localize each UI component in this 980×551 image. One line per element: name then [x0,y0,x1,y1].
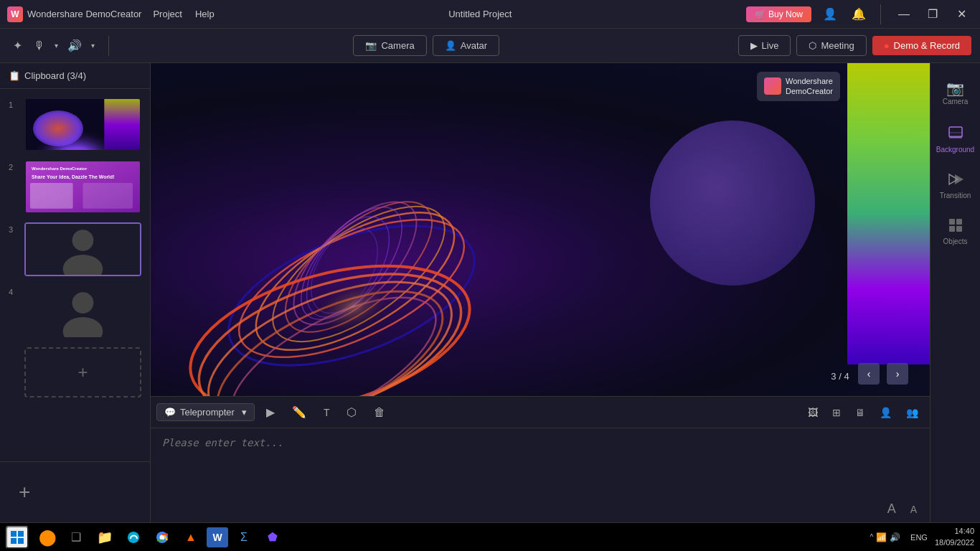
svg-point-10 [72,230,94,251]
transition-tool-button[interactable]: Transition [934,164,977,207]
start-button[interactable] [6,526,29,549]
meeting-icon: ⬡ [809,40,816,51]
trash-tool-button[interactable]: 🗑 [368,403,391,422]
buy-now-button[interactable]: 🛒 Buy Now [746,6,811,22]
list-item[interactable]: 2 Wondershare DemoCre [6,157,144,217]
slide-canvas[interactable]: Wondershare DemoCreator ‹ 3 / 4 › [151,63,930,396]
taskbar-app-sigma[interactable]: Σ [231,524,257,550]
app-logo: W Wondershare DemoCreator [7,6,141,22]
window-controls: 🛒 Buy Now 👤 🔔 — ❐ ✕ [746,4,973,24]
system-tray: ^ 📶 🔊 [870,532,900,542]
title-bar: W Wondershare DemoCreator Project Help U… [0,0,980,29]
objects-tool-button[interactable]: Objects [934,209,977,253]
image-insert-button[interactable]: 🖼 [802,404,824,421]
svg-rect-35 [949,219,955,225]
clip-thumbnail[interactable] [24,285,141,339]
transition-icon-svg [948,171,963,187]
background-tool-label: Background [936,146,974,154]
watermark-text: Wondershare DemoCreator [786,76,833,97]
objects-tool-label: Objects [943,238,968,245]
live-button[interactable]: ▶ Live [738,35,791,56]
clip-thumbnail[interactable]: Wondershare DemoCreator Share Your Idea,… [24,160,141,214]
mic-button[interactable]: 🎙 [29,37,50,55]
clipboard-header: 📋 Clipboard (3/4) [0,63,150,89]
taskbar-app-taskview[interactable]: ❑ [63,524,89,550]
demo-record-button[interactable]: ● Demo & Record [872,36,971,55]
ai-tool-button[interactable]: ✦ [9,36,27,55]
avatar-mode-button[interactable]: 👤 Avatar [433,35,499,56]
objects-icon-svg [948,217,963,233]
teleprompter-dropdown[interactable]: 💬 Teleprompter ▾ [156,403,255,421]
image-grid-button[interactable]: ⊞ [826,404,847,421]
svg-rect-36 [956,219,962,225]
text-tool-button[interactable]: T [318,404,336,421]
add-slide-area: + [0,461,150,522]
svg-rect-41 [11,538,17,544]
clip-thumbnail[interactable] [24,98,141,151]
clipboard-icon: 📋 [9,70,20,81]
font-decrease-button[interactable]: A [906,502,921,517]
speaker-button[interactable]: 🔊 [63,36,86,55]
teleprompter-toolbar: 💬 Teleprompter ▾ ▶ ✏️ T ⬡ 🗑 🖼 ⊞ 🖥 👤 👥 [151,397,930,428]
user-icon-button[interactable]: 👤 [817,4,840,24]
close-button[interactable]: ✕ [950,4,973,24]
background-tool-button[interactable]: Background [934,118,977,161]
mic-dropdown[interactable]: ▾ [52,39,60,52]
screen-button[interactable]: 🖥 [849,404,871,421]
tray-chevron-icon[interactable]: ^ [870,533,873,541]
clip-preview-image [26,99,140,150]
svg-rect-7 [30,183,73,209]
swirl-graphic [187,95,517,396]
next-slide-button[interactable]: › [887,363,908,385]
svg-rect-31 [949,136,962,138]
multi-person-button[interactable]: 👥 [900,404,924,421]
notification-button[interactable]: 🔔 [846,4,869,24]
taskbar-app-explorer[interactable]: 📁 [92,524,118,550]
maximize-button[interactable]: ❐ [921,4,944,24]
clips-list: 1 [0,89,150,461]
teleprompter-text-input[interactable] [151,428,930,493]
person-overlay-button[interactable]: 👤 [874,404,897,421]
add-clip-button[interactable]: + [24,347,141,397]
keyboard-lang[interactable]: ENG [910,533,928,542]
pen-tool-button[interactable]: ✏️ [286,402,312,422]
clip-thumbnail-selected[interactable] [24,222,141,276]
windows-logo-icon [10,530,24,545]
camera-tool-button[interactable]: 📷 Camera [934,72,977,115]
moon-circle-graphic [650,121,815,286]
shape-tool-button[interactable]: ⬡ [341,402,362,422]
list-item[interactable]: 1 [6,95,144,154]
taskbar-app-purple[interactable]: ⬟ [260,524,286,550]
time-display[interactable]: 14:40 18/09/2022 [935,526,974,548]
speaker-dropdown[interactable]: ▾ [89,39,97,52]
toolbar-left: ✦ 🎙 ▾ 🔊 ▾ [9,36,97,55]
window-title: Untitled Project [215,9,746,19]
taskbar-app-word[interactable]: W [207,527,228,547]
swirl-svg [187,95,517,396]
taskbar-app-chrome[interactable] [149,524,175,550]
toolbar-divider [108,36,109,56]
prev-slide-button[interactable]: ‹ [858,363,880,385]
meeting-button[interactable]: ⬡ Meeting [796,35,866,56]
minimize-button[interactable]: — [892,5,915,24]
menu-project[interactable]: Project [153,9,182,19]
taskbar-app-cone[interactable]: ▲ [178,524,204,550]
font-increase-button[interactable]: A [883,500,900,518]
menu-help[interactable]: Help [195,9,215,19]
taskbar-app-cortana[interactable]: ⬤ [34,524,60,550]
add-clip-item: + [6,344,144,400]
camera-mode-button[interactable]: 📷 Camera [353,35,426,56]
transition-tool-label: Transition [940,192,971,199]
cursor-tool-button[interactable]: ▶ [260,402,281,422]
chrome-icon [155,530,169,545]
person-placeholder-icon [26,222,140,276]
list-item[interactable]: 4 [6,282,144,342]
list-item[interactable]: 3 [6,220,144,279]
background-sidebar-icon [948,126,963,143]
font-controls: A A [151,496,930,522]
cart-icon: 🛒 [755,9,765,19]
taskbar-app-edge[interactable] [121,524,146,550]
watermark: Wondershare DemoCreator [757,72,840,101]
volume-icon[interactable]: 🔊 [890,532,900,542]
add-slide-button[interactable]: + [11,474,37,511]
